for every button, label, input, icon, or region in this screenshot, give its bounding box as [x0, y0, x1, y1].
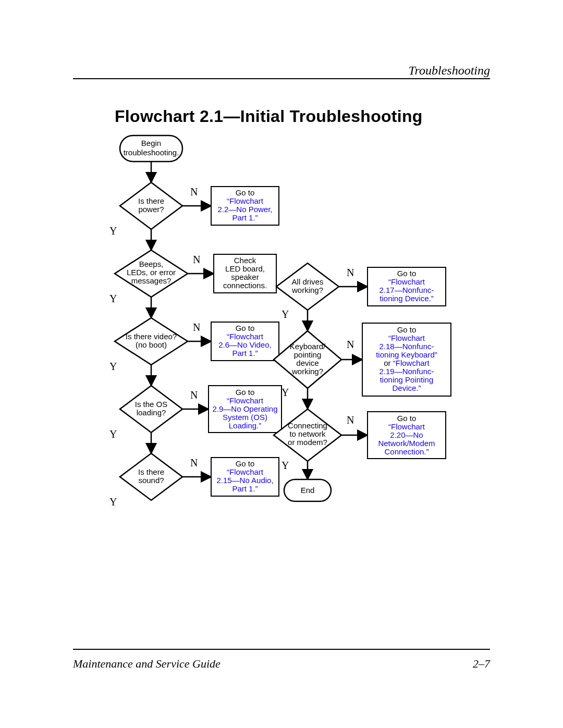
svg-text:Y: Y	[109, 293, 117, 304]
svg-text:Beeps,: Beeps,	[139, 260, 164, 268]
svg-text:N: N	[193, 254, 200, 265]
svg-text:End: End	[301, 486, 315, 495]
svg-text:2.2—No Power,: 2.2—No Power,	[217, 205, 272, 214]
svg-text:tioning Keyboard”: tioning Keyboard”	[376, 350, 437, 359]
svg-text:Y: Y	[282, 460, 289, 471]
node-check-led: Check LED board, speaker connections.	[214, 254, 276, 293]
node-goto-no-audio[interactable]: Go to “Flowchart 2.15—No Audio, Part 1.”	[211, 458, 279, 496]
svg-text:N: N	[190, 389, 198, 401]
svg-text:2.9—No Operating: 2.9—No Operating	[212, 404, 277, 413]
svg-text:“Flowchart: “Flowchart	[227, 332, 264, 341]
node-beeps-decision: Beeps, LEDs, or error messages?	[115, 250, 188, 297]
svg-text:N: N	[193, 322, 200, 333]
svg-text:Loading.”: Loading.”	[229, 421, 262, 430]
svg-text:Is the OS: Is the OS	[135, 400, 168, 409]
node-end: End	[284, 479, 331, 501]
svg-text:(no boot): (no boot)	[136, 340, 167, 349]
page-title: Flowchart 2.1—Initial Troubleshooting	[115, 107, 423, 126]
node-goto-no-video[interactable]: Go to “Flowchart 2.6—No Video, Part 1.”	[211, 322, 279, 361]
label-no: N	[190, 186, 198, 198]
svg-text:“Flowchart: “Flowchart	[227, 196, 264, 205]
svg-text:Part 1.”: Part 1.”	[232, 349, 258, 357]
svg-text:2.6—No Video,: 2.6—No Video,	[218, 340, 271, 349]
svg-text:Is there: Is there	[138, 196, 164, 205]
svg-text:Y: Y	[282, 309, 289, 320]
svg-text:Go to: Go to	[397, 414, 417, 423]
svg-text:or modem?: or modem?	[288, 438, 327, 447]
svg-text:Part 1.”: Part 1.”	[232, 213, 258, 222]
svg-text:sound?: sound?	[138, 476, 164, 485]
svg-text:messages?: messages?	[131, 276, 172, 285]
node-video-decision: Is there video? (no boot)	[115, 318, 188, 365]
svg-text:to network: to network	[289, 429, 326, 438]
node-keyboard-decision: Keyboard/ pointing device working?	[274, 331, 341, 388]
node-goto-no-power[interactable]: Go to “Flowchart 2.2—No Power, Part 1.”	[211, 187, 279, 225]
node-os-decision: Is the OS loading?	[120, 386, 182, 433]
footer-left: Maintenance and Service Guide	[73, 657, 221, 671]
label-yes: Y	[109, 225, 117, 237]
svg-text:tioning Device.”: tioning Device.”	[380, 294, 433, 303]
svg-text:loading?: loading?	[137, 408, 166, 417]
svg-text:troubleshooting.: troubleshooting.	[124, 148, 179, 157]
svg-text:Part 1.”: Part 1.”	[232, 484, 258, 493]
svg-text:“Flowchart: “Flowchart	[227, 467, 264, 476]
node-goto-no-os[interactable]: Go to “Flowchart 2.9—No Operating System…	[209, 386, 282, 433]
svg-text:N: N	[190, 457, 198, 468]
node-network-decision: Connecting to network or modem?	[274, 409, 341, 461]
svg-text:N: N	[347, 339, 354, 350]
svg-text:Go to: Go to	[236, 388, 255, 397]
svg-text:Is there video?: Is there video?	[126, 332, 177, 341]
footer-page-number: 2–7	[473, 657, 490, 671]
svg-text:Network/Modem: Network/Modem	[378, 439, 435, 448]
svg-text:LED board,: LED board,	[225, 264, 265, 273]
node-sound-decision: Is there sound?	[120, 453, 182, 500]
svg-text:System (OS): System (OS)	[223, 413, 267, 422]
page: Troubleshooting Flowchart 2.1—Initial Tr…	[73, 78, 490, 650]
svg-text:power?: power?	[138, 205, 164, 214]
svg-text:2.19—Nonfunc-: 2.19—Nonfunc-	[379, 367, 434, 376]
node-goto-nonfunc-keyboard[interactable]: Go to “Flowchart 2.18—Nonfunc- tioning K…	[362, 323, 451, 396]
svg-text:connections.: connections.	[223, 281, 267, 290]
node-power-decision: Is there power?	[120, 182, 182, 229]
svg-text:LEDs, or error: LEDs, or error	[127, 268, 176, 277]
svg-text:Connecting: Connecting	[288, 421, 327, 430]
svg-text:working?: working?	[291, 286, 323, 294]
svg-text:“Flowchart: “Flowchart	[388, 277, 425, 286]
svg-text:Go to: Go to	[236, 324, 255, 332]
svg-text:Y: Y	[282, 387, 289, 398]
svg-text:N: N	[347, 414, 354, 426]
svg-text:device: device	[296, 359, 319, 367]
node-begin: Begin troubleshooting.	[120, 135, 182, 162]
svg-text:2.17—Nonfunc-: 2.17—Nonfunc-	[379, 286, 434, 294]
node-goto-nonfunc-device[interactable]: Go to “Flowchart 2.17—Nonfunc- tioning D…	[368, 267, 446, 306]
svg-text:“Flowchart: “Flowchart	[388, 334, 425, 342]
svg-text:Go to: Go to	[236, 188, 255, 197]
svg-text:Device.”: Device.”	[392, 384, 421, 392]
svg-text:All drives: All drives	[292, 277, 324, 286]
svg-text:“Flowchart: “Flowchart	[227, 396, 264, 405]
svg-text:Go to: Go to	[236, 459, 255, 468]
svg-text:Go to: Go to	[397, 269, 417, 278]
svg-text:Is there: Is there	[138, 467, 164, 476]
flowchart: Begin troubleshooting. Is there power? N…	[109, 135, 454, 573]
svg-text:speaker: speaker	[231, 273, 259, 281]
svg-text:Keyboard/: Keyboard/	[290, 342, 326, 351]
svg-text:pointing: pointing	[294, 350, 322, 359]
svg-text:or “Flowchart: or “Flowchart	[384, 359, 430, 367]
svg-text:Y: Y	[109, 428, 117, 440]
header-rule	[73, 78, 490, 79]
svg-text:Begin: Begin	[141, 139, 161, 147]
footer-rule	[73, 649, 490, 650]
svg-text:Go to: Go to	[397, 325, 417, 334]
svg-text:tioning Pointing: tioning Pointing	[380, 375, 434, 384]
svg-text:working?: working?	[291, 367, 323, 376]
node-goto-no-network[interactable]: Go to “Flowchart 2.20—No Network/Modem C…	[368, 412, 446, 459]
svg-text:N: N	[347, 267, 354, 278]
svg-text:Y: Y	[109, 361, 117, 372]
svg-text:Check: Check	[234, 256, 256, 265]
svg-text:2.15—No Audio,: 2.15—No Audio,	[216, 476, 273, 485]
svg-text:“Flowchart: “Flowchart	[388, 422, 425, 431]
svg-text:Connection.”: Connection.”	[384, 447, 429, 456]
node-drives-decision: All drives working?	[276, 263, 339, 310]
svg-text:2.18—Nonfunc-: 2.18—Nonfunc-	[379, 342, 434, 351]
